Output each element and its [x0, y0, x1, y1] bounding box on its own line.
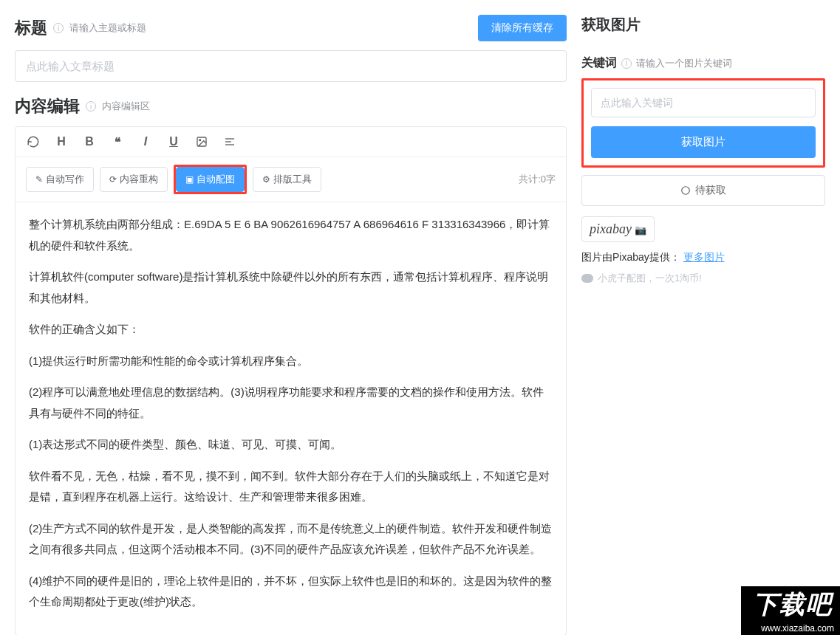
pixabay-text: pixabay — [590, 222, 632, 236]
refresh-icon — [109, 174, 117, 185]
layout-tool-label: 排版工具 — [273, 173, 312, 186]
word-count: 共计:0字 — [519, 173, 556, 186]
layout-icon: ▣ — [185, 174, 194, 185]
auto-write-button[interactable]: ✎ 自动写作 — [26, 167, 94, 192]
clear-cache-button[interactable]: 清除所有缓存 — [478, 15, 567, 41]
info-icon: i — [53, 23, 64, 33]
italic-icon[interactable]: I — [138, 134, 153, 149]
fetch-image-button[interactable]: 获取图片 — [591, 126, 816, 158]
pixabay-badge: pixabay 📷 — [581, 216, 655, 242]
restructure-label: 内容重构 — [120, 173, 158, 186]
watermark: 下载吧 www.xiazaiba.com — [741, 586, 840, 635]
content-title: 内容编辑 — [15, 95, 80, 117]
keyword-input[interactable] — [591, 88, 816, 117]
circle-icon — [680, 185, 691, 196]
fetch-image-title: 获取图片 — [581, 15, 825, 35]
restructure-button[interactable]: 内容重构 — [100, 167, 168, 192]
action-toolbar: ✎ 自动写作 内容重构 ▣ 自动配图 ⚙ 排版工具 共计:0字 — [16, 157, 566, 202]
footer-note: 小虎子配图，一次1淘币! — [581, 272, 825, 285]
content-header: 内容编辑 i 内容编辑区 — [15, 95, 567, 117]
title-hint: 请输入主题或标题 — [69, 21, 146, 35]
heading-icon[interactable]: H — [54, 134, 69, 149]
undo-icon[interactable] — [26, 134, 41, 149]
keyword-header: 关键词 i 请输入一个图片关键词 — [581, 55, 825, 71]
auto-image-label: 自动配图 — [197, 173, 235, 186]
quote-icon[interactable] — [110, 134, 125, 149]
title-header: 标题 i 请输入主题或标题 清除所有缓存 — [15, 15, 567, 41]
article-title-input[interactable] — [15, 50, 567, 82]
provider-line: 图片由Pixabay提供： 更多图片 — [581, 251, 825, 264]
right-panel: 获取图片 关键词 i 请输入一个图片关键词 获取图片 待获取 pixabay 📷… — [581, 15, 825, 620]
keyword-label: 关键词 — [581, 55, 617, 71]
image-icon[interactable] — [194, 134, 209, 149]
auto-image-button[interactable]: ▣ 自动配图 — [176, 167, 245, 192]
keyword-hint: 请输入一个图片关键词 — [636, 57, 732, 70]
title-label: 标题 — [15, 17, 47, 39]
content-paragraph: (1)表达形式不同的硬件类型、颜色、味道、可见、可摸、可闻。 — [29, 434, 553, 456]
content-paragraph: (2)生产方式不同的软件是开发，是人类智能的高发挥，而不是传统意义上的硬件制造。… — [29, 518, 553, 560]
highlight-keyword-box: 获取图片 — [581, 78, 825, 168]
more-images-link[interactable]: 更多图片 — [683, 251, 725, 263]
align-icon[interactable] — [222, 134, 237, 149]
settings-icon: ⚙ — [262, 174, 270, 185]
underline-icon[interactable]: U — [166, 134, 181, 149]
layout-tool-button[interactable]: ⚙ 排版工具 — [253, 167, 321, 192]
editor-card: H B I U ✎ 自动写作 内容重构 ▣ 自动配图 — [15, 126, 567, 635]
svg-point-5 — [682, 187, 690, 195]
info-icon: i — [86, 101, 96, 111]
format-toolbar: H B I U — [16, 127, 566, 157]
left-panel: 标题 i 请输入主题或标题 清除所有缓存 内容编辑 i 内容编辑区 H B I … — [15, 15, 567, 620]
auto-write-label: 自动写作 — [46, 173, 84, 186]
pending-button[interactable]: 待获取 — [581, 175, 825, 206]
pending-label: 待获取 — [695, 184, 726, 197]
content-paragraph: (4)维护不同的硬件是旧的，理论上软件是旧的，并不坏，但实际上软件也是旧的和坏的… — [29, 571, 553, 613]
content-paragraph: 计算机软件(computer software)是指计算机系统中除硬件以外的所有… — [29, 267, 553, 309]
watermark-url: www.xiazaiba.com — [741, 622, 840, 635]
footer-text: 小虎子配图，一次1淘币! — [598, 272, 702, 285]
camera-icon: 📷 — [635, 224, 646, 236]
highlight-auto-image: ▣ 自动配图 — [174, 165, 247, 194]
content-hint: 内容编辑区 — [102, 100, 150, 113]
pencil-icon: ✎ — [35, 174, 43, 185]
content-paragraph: 整个计算机系统由两部分组成：E.69DA 5 E 6 BA 9062616964… — [29, 214, 553, 256]
content-paragraph: (1)提供运行时所需功能和性能的命令或计算机程序集合。 — [29, 351, 553, 372]
content-paragraph: (2)程序可以满意地处理信息的数据结构。(3)说明程序功能要求和程序需要的文档的… — [29, 382, 553, 424]
content-paragraph: 软件看不见，无色，枯燥，看不见，摸不到，闻不到。软件大部分存在于人们的头脑或纸上… — [29, 466, 553, 508]
watermark-text: 下载吧 — [741, 586, 840, 622]
content-paragraph: 软件的正确含义如下： — [29, 319, 553, 340]
editor-content[interactable]: 整个计算机系统由两部分组成：E.69DA 5 E 6 BA 9062616964… — [16, 202, 566, 635]
svg-point-1 — [199, 140, 201, 141]
info-icon: i — [621, 58, 632, 69]
provider-text: 图片由Pixabay提供： — [581, 251, 680, 263]
cloud-icon — [581, 274, 593, 283]
bold-icon[interactable]: B — [82, 134, 97, 149]
